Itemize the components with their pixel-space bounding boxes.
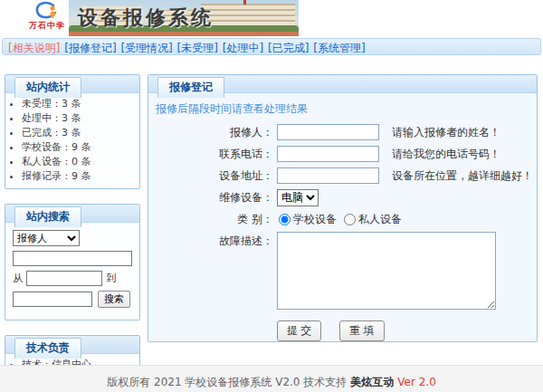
stats-panel-header: 站内统计 <box>5 75 139 93</box>
search-to-label: 到 <box>106 272 116 285</box>
nav-item-instructions[interactable]: [相关说明] <box>8 42 60 54</box>
reset-button[interactable]: 重 填 <box>339 320 384 341</box>
repair-note: 报修后隔段时间请查看处理结果 <box>156 101 537 117</box>
nav-item-system-admin[interactable]: [系统管理] <box>313 42 365 54</box>
search-panel-title: 站内搜索 <box>14 206 81 227</box>
search-field-select[interactable]: 报修人 <box>13 230 80 246</box>
fault-description-textarea[interactable] <box>277 232 496 310</box>
tech-panel-header: 技术负责 <box>5 336 139 354</box>
category-radio-private[interactable] <box>344 214 356 225</box>
submit-button[interactable]: 提 交 <box>277 320 321 341</box>
phone-input[interactable] <box>277 146 379 162</box>
repair-register-panel: 报修登记 报修后隔段时间请查看处理结果 报修人： 请输入报修者的姓名！ 联系电话… <box>148 74 538 342</box>
search-from-label: 从 <box>13 272 23 285</box>
stats-list: 未受理：3 条 处理中：3 条 已完成：3 条 学校设备：9 条 私人设备：0 … <box>22 98 139 183</box>
stat-in-progress: 处理中：3 条 <box>22 112 139 125</box>
search-panel-header: 站内搜索 <box>5 205 139 223</box>
tech-panel-title: 技术负责 <box>14 338 81 359</box>
category-label: 类 别： <box>148 212 273 227</box>
nav-item-not-accepted[interactable]: [未受理] <box>177 42 218 54</box>
nav-item-repair-register[interactable]: [报修登记] <box>64 42 116 54</box>
search-from-input[interactable] <box>26 271 102 286</box>
stat-repair-records: 报修记录：9 条 <box>22 170 139 183</box>
school-name: 万石中学 <box>22 21 72 30</box>
category-option-private[interactable]: 私人设备 <box>344 212 402 227</box>
category-radio-group: 学校设备 私人设备 <box>279 212 409 227</box>
category-radio-school[interactable] <box>279 214 291 225</box>
phone-label: 联系电话： <box>148 147 273 162</box>
stat-completed: 已完成：3 条 <box>22 127 139 139</box>
stat-not-accepted: 未受理：3 条 <box>22 98 139 110</box>
search-button[interactable]: 搜索 <box>98 291 130 308</box>
category-option-school[interactable]: 学校设备 <box>279 212 337 227</box>
reporter-hint: 请输入报修者的姓名！ <box>392 125 500 140</box>
form-buttons: 提 交 重 填 <box>277 320 537 341</box>
repair-panel-header: 报修登记 <box>148 75 537 93</box>
nav-item-completed[interactable]: [已完成] <box>268 42 309 54</box>
stats-panel: 站内统计 未受理：3 条 处理中：3 条 已完成：3 条 学校设备：9 条 私人… <box>5 74 140 189</box>
school-logo: 万石中学 <box>22 1 72 30</box>
page-title: 设备报修系统 <box>78 5 214 32</box>
search-keyword-input[interactable] <box>13 251 132 266</box>
building-right <box>201 4 295 27</box>
nav-item-acceptance-status[interactable]: [受理情况] <box>120 42 172 54</box>
reporter-input[interactable] <box>277 124 379 140</box>
search-panel: 站内搜索 报修人 从 到 搜索 <box>5 204 140 320</box>
flag <box>243 0 246 5</box>
track-strip <box>69 32 299 36</box>
reporter-label: 报修人： <box>148 125 273 140</box>
phone-hint: 请给我您的电话号码！ <box>392 147 500 162</box>
category-private-label: 私人设备 <box>358 212 402 227</box>
sidebar: 站内统计 未受理：3 条 处理中：3 条 已完成：3 条 学校设备：9 条 私人… <box>5 74 140 392</box>
nav-item-in-progress[interactable]: [处理中] <box>223 42 263 54</box>
repair-panel-title: 报修登记 <box>157 77 224 98</box>
address-input[interactable] <box>277 167 379 184</box>
page: 万石中学 设备报修系统 [相关说明] [报修登记] [受理情况] [未受理] [… <box>0 0 543 392</box>
search-to-input[interactable] <box>13 292 92 307</box>
category-school-label: 学校设备 <box>293 212 337 227</box>
nav-bar: [相关说明] [报修登记] [受理情况] [未受理] [处理中] [已完成] [… <box>2 38 541 55</box>
stats-panel-title: 站内统计 <box>14 77 81 98</box>
logo-icon <box>22 1 72 21</box>
address-label: 设备地址： <box>148 168 273 184</box>
footer: 版权所有 2021 学校设备报修系统 V2.0 技术支持美炫互动Ver 2.0 <box>0 365 543 392</box>
stat-school-devices: 学校设备：9 条 <box>22 141 139 154</box>
desc-label: 故障描述： <box>148 232 273 249</box>
vendor-name: 美炫互动 <box>350 376 394 388</box>
header: 万石中学 设备报修系统 <box>0 0 543 36</box>
copyright-text: 版权所有 2021 学校设备报修系统 V2.0 技术支持 <box>107 376 347 388</box>
device-select[interactable]: 电脑 <box>277 189 319 206</box>
device-label: 维修设备： <box>148 190 273 206</box>
address-hint: 设备所在位置，越详细越好！ <box>392 168 533 184</box>
repair-form: 报修人： 请输入报修者的姓名！ 联系电话： 请给我您的电话号码！ 设备地址： 设… <box>148 123 537 341</box>
search-body: 报修人 从 到 搜索 <box>5 223 139 320</box>
stat-private-devices: 私人设备：0 条 <box>22 156 139 168</box>
version-text: Ver 2.0 <box>397 376 436 388</box>
